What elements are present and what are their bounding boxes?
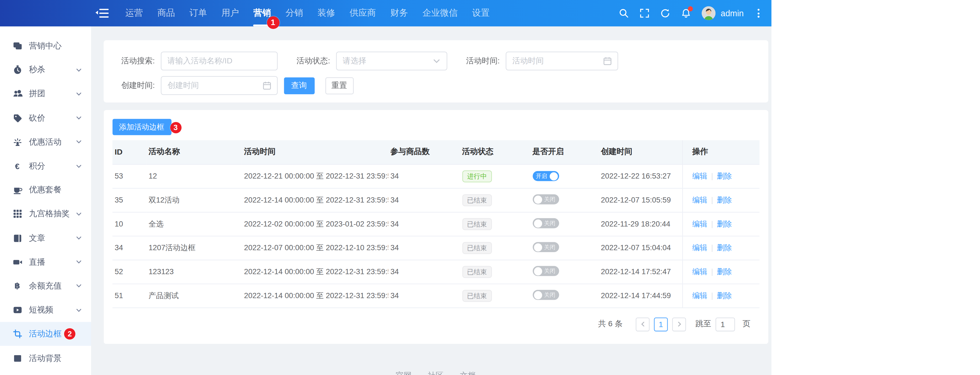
- sidebar-item-balance-recharge[interactable]: ฿ 余额充值: [0, 274, 91, 298]
- sidebar-item-short-video[interactable]: 短视频: [0, 298, 91, 322]
- nav-item-operation[interactable]: 运营: [118, 0, 150, 26]
- edit-link[interactable]: 编辑: [692, 195, 708, 204]
- edit-link[interactable]: 编辑: [692, 243, 708, 252]
- more-options-icon[interactable]: [754, 8, 762, 18]
- nav-item-goods[interactable]: 商品: [150, 0, 182, 26]
- top-navbar: 运营 商品 订单 用户 营销 1 分销 装修 供应商 财务 企业微信 设置: [0, 0, 772, 26]
- search-icon[interactable]: [619, 8, 629, 18]
- footer-link-official-site[interactable]: 官网: [396, 370, 412, 375]
- sidebar-item-discount-package[interactable]: 优惠套餐: [0, 178, 91, 202]
- jump-page-input[interactable]: [716, 317, 735, 331]
- edit-link[interactable]: 编辑: [692, 219, 708, 228]
- delete-link[interactable]: 删除: [717, 291, 732, 300]
- enable-toggle[interactable]: 关闭: [532, 218, 559, 228]
- groupon-icon: [12, 89, 22, 99]
- sidebar-item-activity-frame[interactable]: 活动边框 2: [0, 322, 91, 346]
- nav-item-marketing[interactable]: 营销 1: [247, 0, 278, 26]
- enable-toggle[interactable]: 关闭: [532, 242, 559, 252]
- page-number-current[interactable]: 1: [654, 317, 668, 331]
- edit-link[interactable]: 编辑: [692, 267, 708, 276]
- delete-link[interactable]: 删除: [717, 219, 732, 228]
- prev-page-button[interactable]: [636, 317, 649, 331]
- col-id: ID: [112, 140, 146, 164]
- short-video-icon: [12, 305, 22, 316]
- delete-link[interactable]: 删除: [717, 171, 732, 180]
- nav-item-orders[interactable]: 订单: [182, 0, 214, 26]
- sidebar-item-groupon[interactable]: 拼团: [0, 82, 91, 106]
- table-row: 34 1207活动边框 2022-12-07 00:00:00 至 2022-1…: [112, 236, 759, 260]
- points-euro-icon: €: [12, 161, 22, 171]
- table-header-row: ID 活动名称 活动时间 参与商品数 活动状态 是否开启 创建时间 操作: [112, 140, 759, 164]
- nav-item-wecom[interactable]: 企业微信: [415, 0, 465, 26]
- activity-time-datepicker[interactable]: [506, 51, 618, 70]
- nav-item-decoration[interactable]: 装修: [310, 0, 342, 26]
- screenshot-stage: 运营 商品 订单 用户 营销 1 分销 装修 供应商 财务 企业微信 设置: [0, 0, 980, 375]
- chevron-down-icon: [76, 259, 81, 265]
- delete-link[interactable]: 删除: [717, 267, 732, 276]
- avatar[interactable]: [702, 6, 716, 20]
- sidebar-item-live[interactable]: 直播: [0, 250, 91, 274]
- nav-item-settings[interactable]: 设置: [465, 0, 497, 26]
- query-button[interactable]: 查询: [283, 77, 314, 94]
- pagination: 共 6 条 1 跳至 页: [112, 317, 759, 331]
- lottery-grid-icon: [12, 209, 22, 219]
- col-created: 创建时间: [598, 140, 683, 164]
- chevron-down-icon: [76, 163, 81, 169]
- live-camera-icon: [12, 257, 22, 268]
- notification-bell-icon[interactable]: [681, 8, 691, 18]
- sidebar-item-lottery-grid[interactable]: 九宫格抽奖: [0, 202, 91, 226]
- enable-toggle[interactable]: 开启: [532, 171, 559, 181]
- enable-toggle[interactable]: 关闭: [532, 290, 559, 300]
- sidebar-item-activity-background[interactable]: 活动背景: [0, 346, 91, 370]
- activity-status-select[interactable]: 请选择: [336, 51, 447, 70]
- created-time-datepicker[interactable]: [161, 76, 277, 95]
- edit-link[interactable]: 编辑: [692, 171, 708, 180]
- col-name: 活动名称: [146, 140, 242, 164]
- activity-frame-crop-icon: [12, 329, 22, 340]
- fullscreen-icon[interactable]: [640, 8, 650, 18]
- chevron-down-icon: [76, 283, 81, 289]
- created-time-input[interactable]: [161, 77, 262, 94]
- main-content: 活动搜索: 活动状态: 请选择 活动时间:: [91, 26, 775, 375]
- chevron-down-icon: [76, 211, 81, 217]
- edit-link[interactable]: 编辑: [692, 291, 708, 300]
- notification-dot: [688, 6, 693, 11]
- nav-item-distribution[interactable]: 分销: [278, 0, 310, 26]
- sidebar-item-bargain[interactable]: 砍价: [0, 106, 91, 130]
- next-page-button[interactable]: [672, 317, 686, 331]
- activity-frame-table: ID 活动名称 活动时间 参与商品数 活动状态 是否开启 创建时间 操作 53: [112, 140, 759, 308]
- sidebar-item-promo-activity[interactable]: 优惠活动: [0, 130, 91, 154]
- add-activity-frame-button[interactable]: 添加活动边框: [112, 119, 171, 135]
- enable-toggle[interactable]: 关闭: [532, 195, 559, 205]
- sidebar-item-seckill[interactable]: 秒杀: [0, 58, 91, 82]
- nav-item-supplier[interactable]: 供应商: [342, 0, 383, 26]
- refresh-icon[interactable]: [660, 8, 671, 18]
- page-unit-label: 页: [743, 319, 751, 330]
- filter-panel: 活动搜索: 活动状态: 请选择 活动时间:: [103, 40, 768, 102]
- footer-link-community[interactable]: 社区: [428, 370, 444, 375]
- activity-search-input-wrap: [161, 51, 277, 70]
- username[interactable]: admin: [721, 8, 744, 18]
- reset-button[interactable]: 重置: [325, 77, 353, 94]
- chevron-down-icon: [432, 56, 441, 65]
- bargain-tag-icon: [12, 113, 22, 123]
- sidebar-collapse-icon[interactable]: [95, 8, 109, 18]
- created-label: 创建时间:: [113, 80, 155, 91]
- status-badge: 已结束: [462, 266, 492, 278]
- status-label: 活动状态:: [292, 56, 330, 66]
- sidebar-item-points[interactable]: € 积分: [0, 154, 91, 178]
- callout-badge-3: 3: [170, 122, 181, 133]
- sidebar-item-marketing-center[interactable]: 营销中心: [0, 34, 91, 58]
- search-label: 活动搜索:: [113, 56, 155, 66]
- delete-link[interactable]: 删除: [717, 195, 732, 204]
- nav-item-finance[interactable]: 财务: [383, 0, 415, 26]
- enable-toggle[interactable]: 关闭: [532, 266, 559, 276]
- delete-link[interactable]: 删除: [717, 243, 732, 252]
- activity-search-input[interactable]: [161, 52, 277, 70]
- sidebar: 营销中心 秒杀 拼团 砍价 优惠活动: [0, 26, 91, 375]
- footer-link-docs[interactable]: 文档: [460, 370, 476, 375]
- footer-links: 官网 社区 文档: [103, 370, 768, 375]
- sidebar-item-article[interactable]: 文章: [0, 226, 91, 250]
- activity-time-input[interactable]: [506, 52, 603, 70]
- nav-item-users[interactable]: 用户: [214, 0, 246, 26]
